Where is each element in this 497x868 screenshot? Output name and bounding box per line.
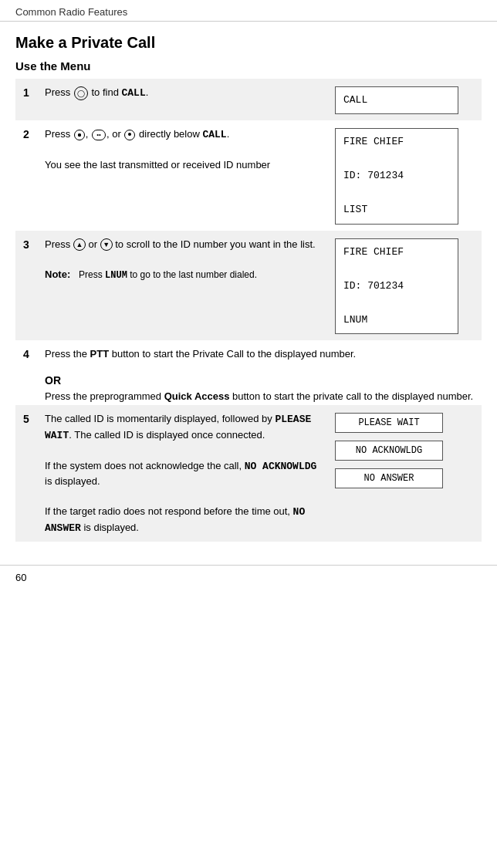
step-5-content: The called ID is momentarily displayed, … (37, 405, 327, 542)
step-5-display: PLEASE WAIT NO ACKNOWLDG NO ANSWER (327, 405, 482, 542)
step-2-call-code: CALL (202, 129, 226, 140)
button-two-dots-icon: •• (92, 130, 106, 140)
step-3-row: 3 Press ▲ or ▼ to scroll to the ID numbe… (15, 231, 482, 340)
no-answer-screen: NO ANSWER (335, 468, 443, 488)
step-2-content: Press , ••, or directly below CALL. You … (37, 120, 327, 230)
step-2-display: FIRE CHIEF ID: 701234 LIST (327, 120, 482, 230)
section-title: Use the Menu (15, 59, 482, 73)
step-4-number: 4 (15, 340, 37, 368)
or-empty (15, 368, 37, 406)
no-acknowldg-screen: NO ACKNOWLDG (335, 441, 443, 461)
no-acknowldg-label: NO ACKNOWLDG (356, 445, 422, 456)
main-content: Make a Private Call Use the Menu 1 Press… (0, 22, 497, 557)
page-number: 60 (15, 572, 26, 583)
step-4-content: Press the PTT button to start the Privat… (37, 340, 482, 368)
button-top-dot-icon (124, 130, 135, 140)
step-1-code: CALL (121, 87, 145, 99)
step-1-screen: CALL (335, 86, 458, 114)
step-2-line3: LIST (343, 204, 367, 215)
step-5-row: 5 The called ID is momentarily displayed… (15, 405, 482, 542)
step-3-line3: LNUM (343, 314, 367, 326)
no-answer-inline: NO ANSWER (45, 506, 305, 534)
please-wait-inline: PLEASE WAIT (45, 414, 311, 441)
step-5-screen-1: PLEASE WAIT (335, 413, 475, 433)
step-4-ptt: PTT (90, 348, 110, 360)
page-header: Common Radio Features (0, 0, 497, 22)
quick-access-text: Quick Access (164, 390, 230, 402)
step-3-screen: FIRE CHIEF ID: 701234 LNUM (335, 238, 458, 334)
nav-button-icon: ◯ (74, 86, 88, 100)
scroll-down-icon: ▼ (100, 238, 113, 251)
page-footer: 60 (0, 565, 497, 589)
step-1-number: 1 (15, 79, 37, 120)
step-3-line1: FIRE CHIEF (343, 246, 404, 258)
please-wait-screen: PLEASE WAIT (335, 413, 443, 433)
step-1-display: CALL (327, 79, 482, 120)
step-3-content: Press ▲ or ▼ to scroll to the ID number … (37, 231, 327, 340)
note-label: Note: (45, 269, 70, 280)
step-5-number: 5 (15, 405, 37, 542)
step-3-line2: ID: 701234 (343, 280, 404, 292)
step-4-row: 4 Press the PTT button to start the Priv… (15, 340, 482, 368)
please-wait-label: PLEASE WAIT (358, 417, 419, 428)
step-5-screen-3: NO ANSWER (335, 468, 475, 488)
or-row: OR Press the preprogrammed Quick Access … (15, 368, 482, 406)
step-3-display: FIRE CHIEF ID: 701234 LNUM (327, 231, 482, 340)
page-title: Make a Private Call (15, 34, 482, 52)
step-1-row: 1 Press ◯ to find CALL. CALL (15, 79, 482, 120)
step-2-line2: ID: 701234 (343, 170, 404, 181)
scroll-up-icon: ▲ (73, 238, 86, 251)
no-acknowldg-inline: NO ACKNOWLDG (245, 461, 317, 472)
or-content: OR Press the preprogrammed Quick Access … (37, 368, 482, 406)
step-2-line1: FIRE CHIEF (343, 136, 404, 147)
no-answer-label: NO ANSWER (364, 473, 414, 484)
note-text: Press LNUM to go to the last number dial… (79, 269, 257, 280)
steps-table: 1 Press ◯ to find CALL. CALL 2 Press , •… (15, 79, 482, 542)
or-text: OR (45, 374, 61, 387)
step-5-screen-2: NO ACKNOWLDG (335, 441, 475, 461)
step-2-number: 2 (15, 120, 37, 230)
step-2-screen: FIRE CHIEF ID: 701234 LIST (335, 128, 458, 224)
call-label: CALL (343, 94, 367, 106)
step-2-row: 2 Press , ••, or directly below CALL. Yo… (15, 120, 482, 230)
header-title: Common Radio Features (15, 6, 127, 18)
button-dot-icon (74, 130, 85, 140)
step-1-content: Press ◯ to find CALL. (37, 79, 327, 120)
step-3-number: 3 (15, 231, 37, 340)
